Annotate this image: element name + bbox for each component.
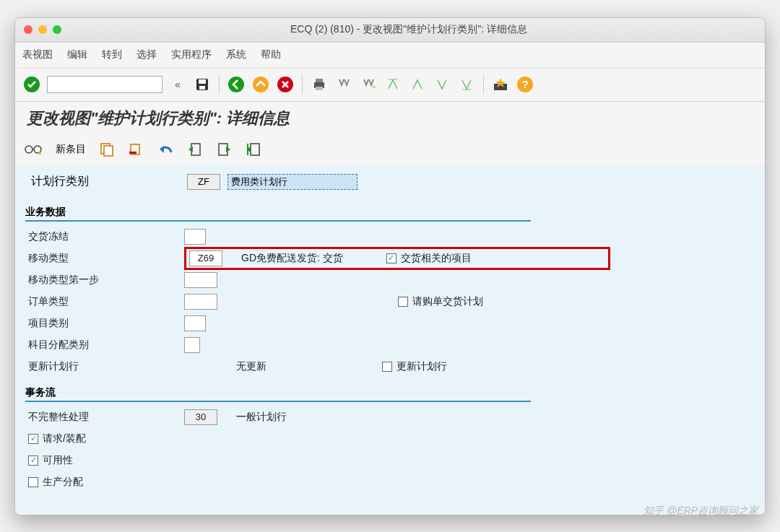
svg-rect-30 <box>251 144 259 155</box>
req-assembly-checkbox[interactable] <box>28 434 38 444</box>
up-icon[interactable] <box>251 75 270 94</box>
close-icon[interactable] <box>24 25 32 34</box>
svg-point-5 <box>253 77 269 92</box>
print-icon[interactable] <box>310 75 329 94</box>
plan-line-category-input[interactable] <box>228 174 358 190</box>
svg-rect-24 <box>129 152 136 154</box>
first-page-icon[interactable] <box>384 75 402 94</box>
back-icon[interactable] <box>227 75 246 94</box>
other-entry-icon[interactable] <box>245 141 262 157</box>
account-assign-input[interactable] <box>184 337 200 353</box>
prev-entry-icon[interactable] <box>187 141 203 157</box>
menu-item[interactable]: 实用程序 <box>171 48 212 61</box>
item-category-label: 项目类别 <box>25 317 184 330</box>
copy-icon[interactable] <box>99 141 115 157</box>
svg-rect-9 <box>316 87 323 90</box>
cancel-icon[interactable] <box>276 75 295 94</box>
movement-type-desc: GD免费配送发货: 交货 <box>241 252 343 265</box>
menu-item[interactable]: 帮助 <box>261 48 281 61</box>
update-schedule-label: 更新计划行 <box>25 360 184 373</box>
menu-item[interactable]: 系统 <box>226 48 246 61</box>
svg-text:?: ? <box>521 78 528 90</box>
menu-item[interactable]: 表视图 <box>22 48 53 61</box>
plan-line-category-code[interactable]: ZF <box>187 174 220 190</box>
next-entry-icon[interactable] <box>216 141 232 157</box>
last-page-icon[interactable] <box>457 75 476 94</box>
movement-type-code[interactable]: Z69 <box>189 250 222 266</box>
incompleteness-desc: 一般计划行 <box>236 411 287 424</box>
update-schedule-checkbox[interactable] <box>382 362 392 372</box>
menu-item[interactable]: 选择 <box>136 48 157 61</box>
purchase-req-label: 请购单交货计划 <box>412 295 483 308</box>
delivery-block-input[interactable] <box>184 229 206 245</box>
find-icon[interactable] <box>334 75 353 94</box>
save-icon[interactable] <box>193 75 212 94</box>
order-type-label: 订单类型 <box>25 295 184 308</box>
transaction-flow-group: 事务流 不完整性处理 30 一般计划行 请求/装配 可用性 生产分配 <box>25 386 755 493</box>
favorite-icon[interactable] <box>491 75 510 94</box>
ok-button[interactable] <box>22 75 41 94</box>
availability-label: 可用性 <box>43 454 73 467</box>
business-data-title: 业务数据 <box>25 206 531 222</box>
svg-marker-29 <box>226 147 230 152</box>
update-schedule-desc: 无更新 <box>236 360 266 373</box>
svg-point-17 <box>25 146 32 153</box>
svg-rect-2 <box>199 79 206 84</box>
svg-rect-8 <box>316 79 323 82</box>
svg-marker-25 <box>160 146 164 153</box>
svg-rect-3 <box>199 86 205 90</box>
next-page-icon[interactable] <box>433 75 451 94</box>
prod-alloc-label: 生产分配 <box>43 476 83 489</box>
business-data-group: 业务数据 交货冻结 移动类型 Z69 GD免费配送发货: 交货 交货相关的项目 … <box>25 206 755 378</box>
toolbar: « + <box>15 69 765 102</box>
app-window: ECQ (2) (810) - 更改视图"维护计划行类别": 详细信息 表视图 … <box>14 17 766 515</box>
menubar: 表视图 编辑 转到 选择 实用程序 系统 帮助 <box>15 43 765 69</box>
window-controls <box>24 25 61 34</box>
svg-text:▾: ▾ <box>38 149 42 157</box>
plan-line-category-label: 计划行类别 <box>28 174 187 189</box>
undo-icon[interactable] <box>157 142 174 157</box>
page-title: 更改视图"维护计划行类别": 详细信息 <box>15 102 765 135</box>
transaction-flow-title: 事务流 <box>25 386 531 402</box>
find-next-icon[interactable]: + <box>359 75 378 94</box>
delete-icon[interactable] <box>128 141 144 157</box>
account-assign-label: 科目分配类别 <box>25 339 184 352</box>
svg-point-4 <box>228 77 244 92</box>
prev-page-icon[interactable] <box>408 75 427 94</box>
window-title: ECQ (2) (810) - 更改视图"维护计划行类别": 详细信息 <box>61 23 756 36</box>
delivery-related-checkbox[interactable] <box>386 253 396 263</box>
watermark: 知乎 @ERP咨询顾问之家 <box>644 505 758 518</box>
svg-rect-22 <box>104 146 113 156</box>
help-icon[interactable]: ? <box>516 75 534 94</box>
svg-text:+: + <box>372 83 376 91</box>
maximize-icon[interactable] <box>53 25 61 34</box>
delivery-block-label: 交货冻结 <box>25 230 184 243</box>
movement-type-step1-label: 移动类型第一步 <box>25 274 184 287</box>
content-area: 计划行类别 ZF 业务数据 交货冻结 移动类型 Z69 GD免费配送发货: 交货… <box>15 164 765 515</box>
movement-type-highlight: Z69 GD免费配送发货: 交货 交货相关的项目 <box>184 247 610 270</box>
update-schedule-checkbox-label: 更新计划行 <box>396 360 447 373</box>
movement-type-label: 移动类型 <box>25 252 184 265</box>
menu-item[interactable]: 编辑 <box>67 48 87 61</box>
minimize-icon[interactable] <box>38 25 47 34</box>
sub-toolbar: ▾ 新条目 <box>15 135 765 164</box>
titlebar: ECQ (2) (810) - 更改视图"维护计划行类别": 详细信息 <box>15 18 765 43</box>
new-entry-button[interactable]: 新条目 <box>56 143 86 156</box>
dropdown-icon[interactable]: « <box>168 75 187 94</box>
order-type-input[interactable] <box>184 294 217 310</box>
purchase-req-checkbox[interactable] <box>398 297 408 307</box>
incompleteness-label: 不完整性处理 <box>25 411 184 424</box>
prod-alloc-checkbox[interactable] <box>28 477 38 487</box>
command-input[interactable] <box>47 76 162 93</box>
menu-item[interactable]: 转到 <box>102 48 122 61</box>
req-assembly-label: 请求/装配 <box>43 432 86 445</box>
movement-type-step1-input[interactable] <box>184 272 217 288</box>
glasses-icon[interactable]: ▾ <box>24 142 43 157</box>
incompleteness-code[interactable]: 30 <box>184 409 217 425</box>
delivery-related-label: 交货相关的项目 <box>401 252 472 265</box>
item-category-input[interactable] <box>184 315 206 331</box>
availability-checkbox[interactable] <box>28 455 38 466</box>
header-row: 计划行类别 ZF <box>25 170 755 197</box>
svg-marker-27 <box>188 147 193 152</box>
